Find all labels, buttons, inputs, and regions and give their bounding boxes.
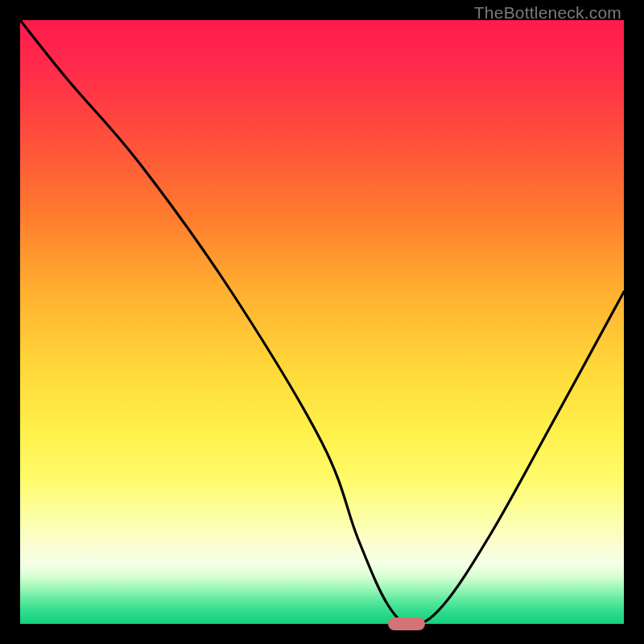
chart-frame: TheBottleneck.com: [0, 0, 644, 644]
bottleneck-curve: [20, 20, 624, 624]
optimal-marker: [388, 617, 425, 630]
plot-area: [20, 20, 624, 624]
attribution-text: TheBottleneck.com: [474, 3, 621, 23]
curve-path: [20, 20, 624, 624]
